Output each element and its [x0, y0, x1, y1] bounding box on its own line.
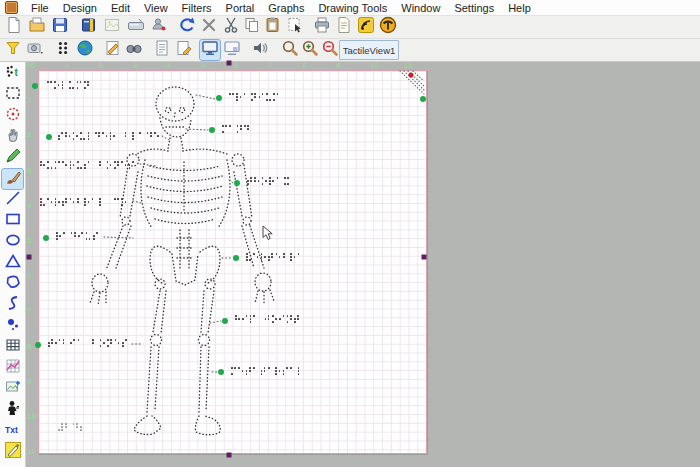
zoom-in-button[interactable] [300, 40, 320, 60]
label-marker-dot[interactable] [222, 318, 228, 324]
label-marker-dot[interactable] [43, 235, 49, 241]
menu-drawing-tools[interactable]: Drawing Tools [311, 2, 394, 14]
ellipse-tool[interactable] [2, 232, 23, 252]
undo-button[interactable] [177, 17, 197, 37]
braille-cell-dot [254, 96, 256, 98]
speech-button[interactable] [250, 40, 270, 60]
book-icon [80, 16, 98, 38]
delete-button[interactable] [199, 17, 219, 37]
screen-view-button[interactable] [200, 40, 220, 60]
selection-handle[interactable] [227, 453, 232, 458]
snapshot-button[interactable] [25, 40, 45, 60]
label-marker-dot[interactable] [218, 369, 224, 375]
menu-graphs[interactable]: Graphs [261, 2, 311, 14]
pt-icon: t [4, 63, 22, 85]
menu-file[interactable]: File [24, 2, 56, 14]
insert-image-tool[interactable] [2, 379, 23, 399]
save-file-button[interactable] [50, 17, 70, 37]
print-preview-button[interactable] [334, 17, 354, 37]
screen-save-view-button[interactable] [222, 40, 242, 60]
acquire-scanner-button[interactable] [126, 17, 146, 37]
selection-handle[interactable] [422, 255, 427, 260]
braille-cell-dot [110, 339, 112, 341]
selection-handle[interactable] [27, 255, 32, 260]
text-label-button[interactable] [152, 40, 172, 60]
scan-convert-button[interactable] [149, 17, 169, 37]
braille-cell-dot [269, 177, 271, 179]
catalog-button[interactable] [79, 17, 99, 37]
braille-cell-dot [74, 232, 76, 234]
menu-view[interactable]: View [137, 2, 175, 14]
braille-cell-dot [283, 253, 285, 255]
zoom-out-button[interactable] [320, 40, 340, 60]
open-file-button[interactable] [27, 17, 47, 37]
tactileview-home-button[interactable] [378, 17, 398, 37]
print-button[interactable] [312, 17, 332, 37]
menu-edit[interactable]: Edit [104, 2, 137, 14]
braille-cell-dot [47, 81, 49, 83]
braille-cell-dot [272, 180, 274, 182]
portal-online-button[interactable] [75, 40, 95, 60]
pan-hand-tool[interactable] [2, 127, 23, 147]
preview-icon [335, 16, 353, 38]
braille-cell-dot [268, 256, 270, 258]
braille-cell-dot [102, 132, 104, 134]
graph-tool[interactable] [2, 358, 23, 378]
braille-cell-dot [58, 201, 60, 203]
braille-cell-dot [279, 318, 281, 320]
table-tool[interactable] [2, 337, 23, 357]
menu-help[interactable]: Help [501, 2, 538, 14]
line-tool[interactable] [2, 190, 23, 210]
copy-button[interactable] [242, 17, 262, 37]
new-document-button[interactable] [4, 17, 24, 37]
filter-button[interactable] [3, 40, 23, 60]
magic-pen-tool[interactable] [2, 442, 23, 462]
rectangle-tool[interactable] [2, 211, 23, 231]
curve-tool[interactable] [2, 295, 23, 315]
paintbrush[interactable] [2, 169, 23, 189]
import-image-button[interactable] [102, 17, 122, 37]
braille-cell-dot [77, 201, 79, 203]
braille-cell-dot [99, 201, 101, 203]
polygon-tool[interactable] [2, 274, 23, 294]
menu-settings[interactable]: Settings [447, 2, 501, 14]
pen-tool[interactable] [2, 148, 23, 168]
document-tab[interactable]: TactileView1 [339, 40, 399, 60]
triangle-tool[interactable] [2, 253, 23, 273]
label-marker-dot[interactable] [35, 342, 41, 348]
cut-button[interactable] [221, 17, 241, 37]
menu-filters[interactable]: Filters [175, 2, 219, 14]
select-special-button[interactable] [285, 17, 305, 37]
ruler-top-8: 8 [302, 61, 306, 70]
label-marker-dot[interactable] [209, 127, 215, 133]
txt-icon: Txt [4, 420, 22, 442]
label-marker-dot[interactable] [216, 95, 222, 101]
audio-tactile-button[interactable] [356, 17, 376, 37]
braille-cell-dot [107, 339, 109, 341]
label-marker-dot[interactable] [233, 255, 239, 261]
menu-portal[interactable]: Portal [219, 2, 262, 14]
select-area-tool[interactable] [2, 85, 23, 105]
edit-text-button[interactable] [174, 40, 194, 60]
menu-design[interactable]: Design [56, 2, 104, 14]
view-mode-button[interactable] [124, 40, 144, 60]
braille-text-tool[interactable]: t [2, 64, 23, 84]
dots-tool[interactable] [2, 316, 23, 336]
text-tool[interactable]: Txt [2, 421, 23, 441]
zoom-tool-button[interactable] [280, 40, 300, 60]
edit-drawing-button[interactable] [103, 40, 123, 60]
label-marker-dot[interactable] [234, 180, 240, 186]
paste-icon [264, 16, 282, 38]
braille-table-button[interactable] [53, 40, 73, 60]
eraser-tool[interactable] [2, 106, 23, 126]
menu-window[interactable]: Window [394, 2, 447, 14]
selection-handle[interactable] [227, 61, 232, 66]
edge-green-marker[interactable] [420, 96, 426, 102]
braille-cell-dot [65, 135, 67, 137]
label-marker-dot[interactable] [46, 134, 52, 140]
label-marker-dot[interactable] [32, 83, 38, 89]
design-canvas[interactable] [38, 70, 427, 454]
figure-tool[interactable] [2, 400, 23, 420]
paste-button[interactable] [263, 17, 283, 37]
hand-icon [4, 126, 22, 148]
